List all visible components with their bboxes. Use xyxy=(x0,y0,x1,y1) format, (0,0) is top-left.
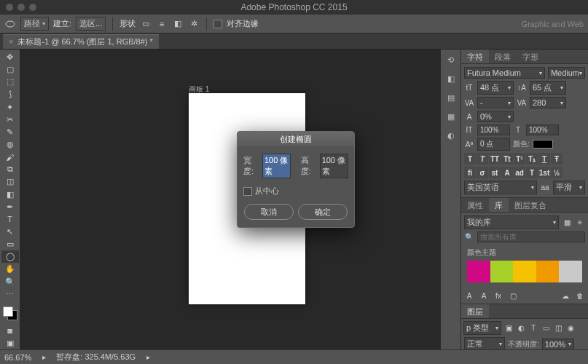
trash-icon[interactable]: 🗑 xyxy=(575,290,585,301)
ok-button[interactable]: 确定 xyxy=(298,204,348,220)
width-input[interactable]: 100 像素 xyxy=(262,154,291,178)
align-icon[interactable]: ≡ xyxy=(156,18,168,30)
grid-view-icon[interactable]: ▦ xyxy=(562,218,572,228)
color-theme-swatches[interactable] xyxy=(467,261,582,282)
ot-T[interactable]: T xyxy=(526,167,538,178)
ellipse-tool[interactable]: ◯ xyxy=(1,250,19,263)
opacity-input[interactable]: 100%▾ xyxy=(542,339,574,350)
selection-dropdown[interactable]: 选区... xyxy=(76,17,106,31)
lasso-tool[interactable]: ⟆ xyxy=(1,88,19,100)
ot-fi[interactable]: fi xyxy=(464,167,476,178)
text-color-swatch[interactable] xyxy=(533,140,553,149)
shift-input[interactable]: 0 点 xyxy=(477,138,510,151)
tab-paragraph[interactable]: 段落 xyxy=(489,50,517,63)
zoom-menu-icon[interactable]: ▸ xyxy=(39,352,49,363)
clone-tool[interactable]: ⧉ xyxy=(1,163,19,175)
leading-input[interactable]: 65 点▾ xyxy=(530,81,566,95)
quick-mask-icon[interactable]: ◙ xyxy=(1,325,19,337)
marquee-tool[interactable]: ⬚ xyxy=(1,76,19,88)
height-input[interactable]: 100 像素 xyxy=(320,154,348,178)
font-family-select[interactable]: Futura Medium▾ xyxy=(464,67,545,79)
maximize-icon[interactable] xyxy=(29,4,36,11)
strike-button[interactable]: Ŧ xyxy=(551,153,562,165)
library-select[interactable]: 我的库▾ xyxy=(464,215,559,229)
lib-fx-icon[interactable]: fx xyxy=(493,290,503,301)
layer-kind-select[interactable]: p 类型▾ xyxy=(463,321,501,335)
artboard-tool[interactable]: ▢ xyxy=(1,63,19,76)
filter-smart-icon[interactable]: ◫ xyxy=(553,323,563,333)
screen-mode-icon[interactable]: ▣ xyxy=(1,337,19,349)
arrange-icon[interactable]: ◧ xyxy=(172,18,184,30)
italic-button[interactable]: T xyxy=(477,153,488,165)
smallcaps-button[interactable]: Tt xyxy=(501,153,513,165)
caps-button[interactable]: TT xyxy=(489,153,501,165)
path-tool[interactable]: ↖ xyxy=(1,226,19,238)
path-mode-dropdown[interactable]: 路径▾ xyxy=(20,17,49,31)
document-tab[interactable]: × 未标题-1 @ 66.7% (图层 1, RGB/8#) * xyxy=(3,34,159,49)
library-search-input[interactable] xyxy=(477,232,585,242)
pen-tool[interactable]: ✒ xyxy=(1,201,19,213)
combine-icon[interactable]: ▭ xyxy=(140,18,152,30)
superscript-button[interactable]: T¹ xyxy=(514,153,525,165)
filter-shape-icon[interactable]: ▭ xyxy=(541,323,551,333)
crop-tool[interactable]: ✂ xyxy=(1,114,19,126)
from-center-checkbox[interactable] xyxy=(243,187,252,196)
filter-toggle-icon[interactable]: ◉ xyxy=(565,323,576,333)
eyedropper-tool[interactable]: ✎ xyxy=(1,126,19,138)
shape-tool-icon[interactable] xyxy=(4,18,16,30)
underline-button[interactable]: T xyxy=(538,153,550,165)
font-style-select[interactable]: Medium▾ xyxy=(548,67,585,79)
ot-A[interactable]: A xyxy=(501,167,513,178)
healing-tool[interactable]: ◍ xyxy=(1,138,19,151)
lib-style-icon[interactable]: A xyxy=(479,290,489,301)
gradient-tool[interactable]: ◧ xyxy=(1,189,19,201)
lib-char-icon[interactable]: A xyxy=(464,290,474,301)
ot-st[interactable]: st xyxy=(489,167,501,178)
tab-layer-comps[interactable]: 图层复合 xyxy=(509,198,552,212)
ot-ad[interactable]: ad xyxy=(514,167,525,178)
zoom-level[interactable]: 66.67% xyxy=(4,353,31,362)
kerning-input[interactable]: -▾ xyxy=(477,97,514,108)
list-view-icon[interactable]: ≡ xyxy=(575,218,585,228)
brush-tool[interactable]: 🖌 xyxy=(1,151,19,163)
type-tool[interactable]: T xyxy=(1,213,19,226)
scale-h-input[interactable]: 100% xyxy=(526,124,559,135)
color-icon[interactable]: ◧ xyxy=(445,73,457,84)
styles-icon[interactable]: ▦ xyxy=(445,111,457,122)
ot-o[interactable]: σ xyxy=(477,167,488,178)
magic-wand-tool[interactable]: ✦ xyxy=(1,101,19,114)
ot-1st[interactable]: 1st xyxy=(538,167,550,178)
eraser-tool[interactable]: ◫ xyxy=(1,175,19,188)
lib-color-icon[interactable]: ▢ xyxy=(508,290,518,301)
zoom-tool[interactable]: 🔍 xyxy=(1,276,19,288)
status-menu-icon[interactable]: ▸ xyxy=(143,352,153,363)
tracking-input[interactable]: 280▾ xyxy=(530,97,566,108)
close-icon[interactable] xyxy=(6,4,13,11)
more-tools[interactable]: ⋯ xyxy=(1,288,19,301)
cancel-button[interactable]: 取消 xyxy=(244,204,294,220)
tab-layers[interactable]: 图层 xyxy=(461,304,489,318)
filter-img-icon[interactable]: ▣ xyxy=(503,323,514,333)
align-edges-checkbox[interactable] xyxy=(213,20,222,28)
history-icon[interactable]: ⟲ xyxy=(445,54,457,66)
close-tab-icon[interactable]: × xyxy=(9,37,13,46)
tab-glyphs[interactable]: 字形 xyxy=(517,50,544,63)
cloud-icon[interactable]: ☁ xyxy=(560,290,571,301)
filter-type-icon[interactable]: T xyxy=(528,323,538,333)
font-size-input[interactable]: 48 点▾ xyxy=(477,81,514,95)
antialias-select[interactable]: 平滑▾ xyxy=(553,181,585,194)
swatches-icon[interactable]: ▤ xyxy=(445,92,457,103)
subscript-button[interactable]: T₁ xyxy=(526,153,538,165)
shape-tool[interactable]: ▭ xyxy=(1,238,19,250)
bold-button[interactable]: T xyxy=(464,153,476,165)
ot-half[interactable]: ½ xyxy=(551,167,562,178)
minimize-icon[interactable] xyxy=(17,4,25,11)
tab-libraries[interactable]: 库 xyxy=(489,198,509,212)
filter-adj-icon[interactable]: ◐ xyxy=(516,323,526,333)
workspace-switcher[interactable]: Graphic and Web xyxy=(522,20,584,28)
adjustments-icon[interactable]: ◐ xyxy=(445,130,457,141)
color-swatch[interactable] xyxy=(3,306,17,320)
canvas[interactable]: 画板 1 xyxy=(20,50,440,349)
gear-icon[interactable]: ✲ xyxy=(188,18,200,30)
blend-mode-select[interactable]: 正常▾ xyxy=(464,337,505,349)
